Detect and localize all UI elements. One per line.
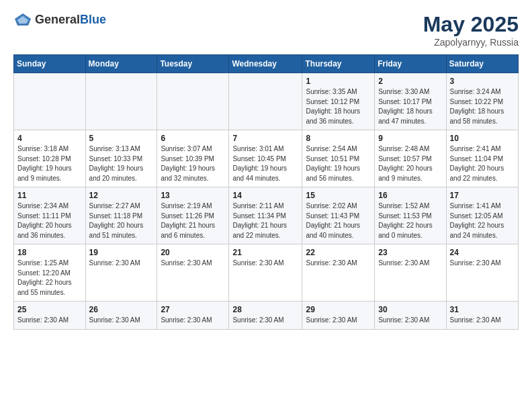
day-number: 13 xyxy=(161,191,225,200)
col-tuesday: Tuesday xyxy=(157,55,229,73)
day-info: Sunrise: 2:30 AM xyxy=(450,259,515,269)
title-block: May 2025 Zapolyarnyy, Russia xyxy=(423,12,519,48)
calendar-cell: 14Sunrise: 2:11 AM Sunset: 11:34 PM Dayl… xyxy=(229,187,302,244)
calendar-week-4: 18Sunrise: 1:25 AM Sunset: 12:20 AM Dayl… xyxy=(14,244,519,302)
calendar-cell: 8Sunrise: 2:54 AM Sunset: 10:51 PM Dayli… xyxy=(302,130,375,187)
day-number: 16 xyxy=(378,191,442,200)
calendar-cell: 28Sunrise: 2:30 AM xyxy=(229,302,302,330)
calendar-cell: 11Sunrise: 2:34 AM Sunset: 11:11 PM Dayl… xyxy=(14,187,86,244)
day-info: Sunrise: 2:30 AM xyxy=(161,259,225,269)
day-number: 14 xyxy=(232,191,298,200)
day-number: 20 xyxy=(161,248,225,257)
calendar-cell: 4Sunrise: 3:18 AM Sunset: 10:28 PM Dayli… xyxy=(14,130,86,187)
day-number: 3 xyxy=(450,77,515,86)
calendar-cell: 15Sunrise: 2:02 AM Sunset: 11:43 PM Dayl… xyxy=(302,187,375,244)
day-info: Sunrise: 3:07 AM Sunset: 10:39 PM Daylig… xyxy=(161,144,225,183)
day-number: 4 xyxy=(17,134,82,143)
day-info: Sunrise: 2:30 AM xyxy=(378,316,442,326)
logo: GeneralBlue xyxy=(13,12,106,27)
calendar-cell: 13Sunrise: 2:19 AM Sunset: 11:26 PM Dayl… xyxy=(157,187,229,244)
day-number: 15 xyxy=(306,191,371,200)
day-info: Sunrise: 2:30 AM xyxy=(232,259,298,269)
day-number: 9 xyxy=(378,134,442,143)
day-info: Sunrise: 2:30 AM xyxy=(306,259,371,269)
col-thursday: Thursday xyxy=(302,55,375,73)
header: GeneralBlue May 2025 Zapolyarnyy, Russia xyxy=(13,12,519,48)
day-info: Sunrise: 2:30 AM xyxy=(89,259,154,269)
calendar-cell: 22Sunrise: 2:30 AM xyxy=(302,244,375,302)
day-number: 31 xyxy=(450,305,515,314)
logo-icon xyxy=(13,12,32,27)
day-number: 27 xyxy=(161,305,225,314)
day-info: Sunrise: 3:30 AM Sunset: 10:17 PM Daylig… xyxy=(378,87,442,126)
calendar-header-row: Sunday Monday Tuesday Wednesday Thursday… xyxy=(14,55,519,73)
day-number: 25 xyxy=(17,305,82,314)
calendar-cell: 31Sunrise: 2:30 AM xyxy=(446,302,518,330)
calendar-cell: 2Sunrise: 3:30 AM Sunset: 10:17 PM Dayli… xyxy=(375,73,446,130)
logo-text: GeneralBlue xyxy=(35,13,106,27)
day-number: 7 xyxy=(232,134,298,143)
col-wednesday: Wednesday xyxy=(229,55,302,73)
day-number: 19 xyxy=(89,248,154,257)
day-number: 17 xyxy=(450,191,515,200)
day-info: Sunrise: 2:02 AM Sunset: 11:43 PM Daylig… xyxy=(306,201,371,240)
day-number: 11 xyxy=(17,191,82,200)
calendar-cell: 1Sunrise: 3:35 AM Sunset: 10:12 PM Dayli… xyxy=(302,73,375,130)
day-info: Sunrise: 2:30 AM xyxy=(161,316,225,326)
day-info: Sunrise: 1:41 AM Sunset: 12:05 AM Daylig… xyxy=(450,201,515,240)
day-info: Sunrise: 2:27 AM Sunset: 11:18 PM Daylig… xyxy=(89,201,154,240)
day-info: Sunrise: 2:11 AM Sunset: 11:34 PM Daylig… xyxy=(232,201,298,240)
calendar-week-3: 11Sunrise: 2:34 AM Sunset: 11:11 PM Dayl… xyxy=(14,187,519,244)
day-info: Sunrise: 2:48 AM Sunset: 10:57 PM Daylig… xyxy=(378,144,442,183)
calendar-cell: 21Sunrise: 2:30 AM xyxy=(229,244,302,302)
calendar-cell: 30Sunrise: 2:30 AM xyxy=(375,302,446,330)
page: GeneralBlue May 2025 Zapolyarnyy, Russia… xyxy=(0,0,532,336)
calendar-cell: 17Sunrise: 1:41 AM Sunset: 12:05 AM Dayl… xyxy=(446,187,518,244)
day-number: 12 xyxy=(89,191,154,200)
day-info: Sunrise: 3:35 AM Sunset: 10:12 PM Daylig… xyxy=(306,87,371,126)
calendar-cell: 3Sunrise: 3:24 AM Sunset: 10:22 PM Dayli… xyxy=(446,73,518,130)
col-sunday: Sunday xyxy=(14,55,86,73)
calendar-cell: 29Sunrise: 2:30 AM xyxy=(302,302,375,330)
day-number: 1 xyxy=(306,77,371,86)
day-info: Sunrise: 1:52 AM Sunset: 11:53 PM Daylig… xyxy=(378,201,442,240)
calendar-cell: 7Sunrise: 3:01 AM Sunset: 10:45 PM Dayli… xyxy=(229,130,302,187)
day-number: 6 xyxy=(161,134,225,143)
day-number: 10 xyxy=(450,134,515,143)
day-info: Sunrise: 2:30 AM xyxy=(378,259,442,269)
day-number: 21 xyxy=(232,248,298,257)
day-info: Sunrise: 1:25 AM Sunset: 12:20 AM Daylig… xyxy=(17,259,82,298)
calendar-cell: 6Sunrise: 3:07 AM Sunset: 10:39 PM Dayli… xyxy=(157,130,229,187)
calendar-cell: 24Sunrise: 2:30 AM xyxy=(446,244,518,302)
day-number: 18 xyxy=(17,248,82,257)
title-month: May 2025 xyxy=(423,12,519,37)
day-number: 28 xyxy=(232,305,298,314)
calendar-cell: 23Sunrise: 2:30 AM xyxy=(375,244,446,302)
day-number: 26 xyxy=(89,305,154,314)
logo-blue: Blue xyxy=(80,13,106,26)
day-info: Sunrise: 2:41 AM Sunset: 11:04 PM Daylig… xyxy=(450,144,515,183)
day-number: 5 xyxy=(89,134,154,143)
day-number: 8 xyxy=(306,134,371,143)
calendar-cell: 9Sunrise: 2:48 AM Sunset: 10:57 PM Dayli… xyxy=(375,130,446,187)
day-number: 23 xyxy=(378,248,442,257)
title-location: Zapolyarnyy, Russia xyxy=(423,37,519,48)
calendar-cell: 20Sunrise: 2:30 AM xyxy=(157,244,229,302)
calendar-cell: 16Sunrise: 1:52 AM Sunset: 11:53 PM Dayl… xyxy=(375,187,446,244)
day-number: 24 xyxy=(450,248,515,257)
day-info: Sunrise: 2:19 AM Sunset: 11:26 PM Daylig… xyxy=(161,201,225,240)
calendar-cell: 19Sunrise: 2:30 AM xyxy=(85,244,157,302)
day-number: 30 xyxy=(378,305,442,314)
day-info: Sunrise: 2:34 AM Sunset: 11:11 PM Daylig… xyxy=(17,201,82,240)
day-info: Sunrise: 3:18 AM Sunset: 10:28 PM Daylig… xyxy=(17,144,82,183)
calendar-cell: 18Sunrise: 1:25 AM Sunset: 12:20 AM Dayl… xyxy=(14,244,86,302)
day-info: Sunrise: 2:30 AM xyxy=(306,316,371,326)
day-info: Sunrise: 2:54 AM Sunset: 10:51 PM Daylig… xyxy=(306,144,371,183)
day-info: Sunrise: 2:30 AM xyxy=(17,316,82,326)
calendar-cell xyxy=(157,73,229,130)
calendar-cell xyxy=(229,73,302,130)
day-number: 22 xyxy=(306,248,371,257)
calendar-cell: 5Sunrise: 3:13 AM Sunset: 10:33 PM Dayli… xyxy=(85,130,157,187)
day-info: Sunrise: 2:30 AM xyxy=(89,316,154,326)
calendar-week-2: 4Sunrise: 3:18 AM Sunset: 10:28 PM Dayli… xyxy=(14,130,519,187)
